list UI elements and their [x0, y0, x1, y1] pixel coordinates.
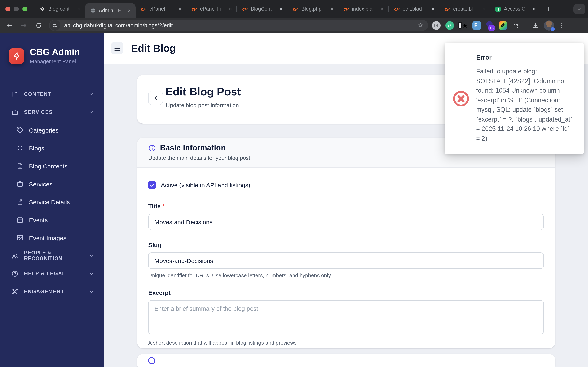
minimize-window-button[interactable]: [14, 7, 19, 11]
help-circle-icon: [11, 270, 19, 277]
title-input[interactable]: [148, 214, 544, 230]
close-icon[interactable]: ✕: [227, 6, 233, 12]
toolbar-divider: [526, 22, 526, 29]
close-window-button[interactable]: [5, 7, 10, 11]
tag-icon: [16, 126, 24, 134]
browser-menu-button[interactable]: ⋮: [558, 22, 566, 29]
sidebar-item-events[interactable]: Events: [6, 211, 98, 229]
tab-list: ✻ Blog cont ✕ Admin - E ✕ cP cPanel - T: [34, 0, 541, 18]
sidebar-item-services-section[interactable]: SERVICES: [6, 103, 98, 121]
close-icon[interactable]: ✕: [177, 6, 183, 12]
close-icon[interactable]: ✕: [379, 6, 385, 12]
tab-blogcontroller[interactable]: cP BlogCont ✕: [237, 0, 287, 18]
chevron-down-icon: [89, 271, 94, 276]
session-extension-icon[interactable]: ★: [458, 20, 468, 30]
tab-edit-blade[interactable]: cP edit.blad ✕: [389, 0, 439, 18]
sidebar-item-label: Event Images: [29, 234, 66, 241]
extensions-row: G ⇄ ★ F| 13: [431, 20, 566, 31]
chatgpt-icon: ✻: [39, 6, 45, 12]
sidebar-item-services[interactable]: Services: [6, 175, 98, 193]
sidebar-item-label: CONTENT: [24, 91, 51, 97]
slug-input[interactable]: [148, 252, 544, 269]
tab-search-button[interactable]: [573, 4, 585, 14]
tab-access-codes[interactable]: Access C ✕: [490, 0, 541, 18]
sidebar-toggle-button[interactable]: [111, 42, 123, 54]
extensions-puzzle-icon[interactable]: [511, 20, 521, 30]
excerpt-textarea[interactable]: [148, 300, 544, 334]
close-icon[interactable]: ✕: [126, 8, 132, 14]
fonts-extension-icon[interactable]: F|: [472, 20, 481, 30]
cpanel-icon: cP: [191, 6, 197, 12]
tab-admin-active[interactable]: Admin - E ✕: [85, 3, 136, 18]
sidebar-item-label: HELP & LEGAL: [24, 271, 66, 276]
sidebar-item-people-recognition[interactable]: PEOPLE & RECOGNITION: [6, 247, 98, 265]
close-icon[interactable]: ✕: [278, 6, 284, 12]
forward-button[interactable]: [18, 20, 29, 31]
title-label: Title: [148, 203, 161, 210]
site-settings-button[interactable]: [50, 20, 61, 31]
profile-avatar[interactable]: [544, 20, 554, 30]
sheets-icon: [495, 6, 501, 12]
zoom-window-button[interactable]: [22, 7, 27, 11]
excerpt-helper-text: A short description that will appear in …: [148, 340, 544, 346]
bookmark-star-icon[interactable]: ☆: [416, 22, 425, 29]
tab-label: create.bl: [453, 6, 478, 12]
back-button[interactable]: [3, 20, 15, 31]
cpanel-icon: cP: [343, 6, 349, 12]
back-button-page[interactable]: [148, 91, 163, 105]
sidebar-item-label: Blogs: [29, 145, 44, 151]
refresh-extension-icon[interactable]: ⇄: [445, 20, 454, 30]
close-icon[interactable]: ✕: [481, 6, 487, 12]
sidebar-item-blog-contents[interactable]: Blog Contents: [6, 157, 98, 175]
loader-icon: [16, 144, 24, 152]
new-tab-button[interactable]: +: [543, 4, 554, 14]
active-checkbox-row[interactable]: Active (visible in API and listings): [148, 181, 544, 189]
address-bar[interactable]: api.cbg.dahukdigital.com/admin/blogs/2/e…: [49, 20, 428, 31]
close-icon[interactable]: ✕: [531, 6, 537, 12]
sidebar-item-label: ENGAGEMENT: [24, 289, 64, 294]
sidebar-item-service-details[interactable]: Service Details: [6, 193, 98, 211]
sidebar-item-help-legal[interactable]: HELP & LEGAL: [6, 265, 98, 283]
basic-information-card: Basic Information Update the main detail…: [137, 138, 555, 348]
grammarly-extension-icon[interactable]: G: [431, 20, 441, 30]
tab-cpanel[interactable]: cP cPanel - T ✕: [136, 0, 186, 18]
chevron-down-icon: [89, 109, 94, 115]
sidebar-item-label: Events: [29, 216, 48, 223]
counter-extension-icon[interactable]: 13: [485, 21, 494, 30]
error-circle-x-icon: [451, 90, 471, 108]
reload-button[interactable]: [33, 20, 44, 31]
colorpicker-extension-icon[interactable]: [498, 20, 508, 30]
sidebar-item-blogs[interactable]: Blogs: [6, 139, 98, 157]
sidebar-item-content[interactable]: CONTENT: [6, 85, 98, 103]
tab-blog-php[interactable]: cP Blog.php ✕: [287, 0, 338, 18]
tab-label: Blog.php: [301, 6, 326, 12]
eyedropper-icon: [500, 23, 505, 28]
tab-label: Blog cont: [48, 6, 73, 12]
calendar-icon: [16, 216, 24, 224]
sidebar-item-event-images[interactable]: Event Images: [6, 229, 98, 247]
sidebar-item-categories[interactable]: Categories: [6, 121, 98, 139]
close-icon[interactable]: ✕: [329, 6, 335, 12]
arrow-right-icon: [20, 22, 27, 29]
tab-cpanel-file[interactable]: cP cPanel Fil ✕: [186, 0, 237, 18]
close-icon[interactable]: ✕: [430, 6, 436, 12]
toast-title: Error: [476, 54, 573, 61]
image-icon: [16, 234, 24, 242]
arrow-left-icon: [6, 22, 12, 29]
tab-create-blade[interactable]: cP create.bl ✕: [439, 0, 490, 18]
downloads-button[interactable]: [530, 20, 540, 30]
design-tools-icon: [11, 288, 19, 295]
chevron-down-icon: [89, 91, 94, 97]
close-icon[interactable]: ✕: [76, 6, 82, 12]
tab-label: cPanel - T: [149, 6, 174, 12]
tab-blog-content[interactable]: ✻ Blog cont ✕: [34, 0, 85, 18]
error-toast[interactable]: Error Failed to update blog: SQLSTATE[42…: [445, 43, 584, 154]
tab-index-blade[interactable]: cP index.bla ✕: [338, 0, 389, 18]
traffic-lights: [5, 7, 27, 11]
active-checkbox[interactable]: [148, 181, 156, 189]
sidebar-item-engagement[interactable]: ENGAGEMENT: [6, 283, 98, 300]
url-text[interactable]: api.cbg.dahukdigital.com/admin/blogs/2/e…: [64, 22, 416, 28]
users-icon: [11, 252, 19, 259]
brand-title: CBG Admin: [30, 47, 80, 57]
section-icon-partial: [148, 357, 155, 364]
